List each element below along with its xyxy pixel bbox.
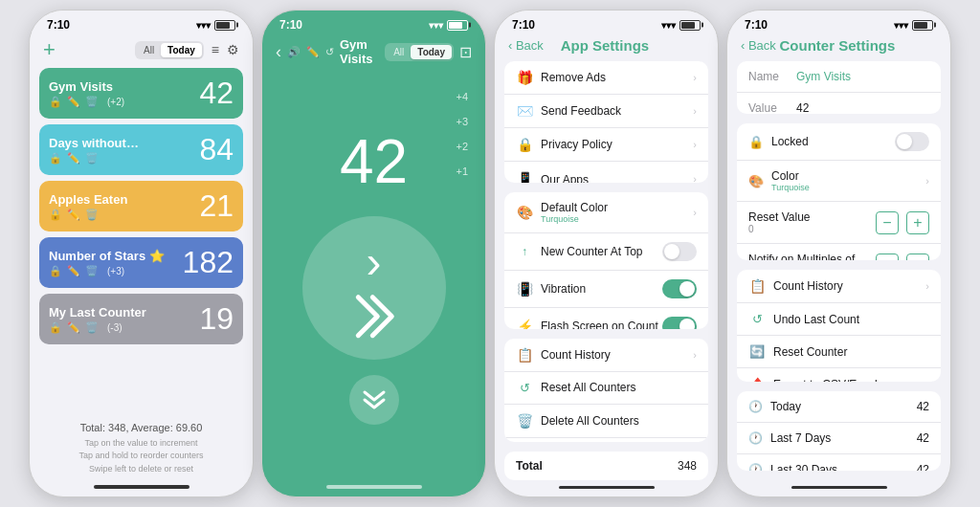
label-group: Default Color Turquoise bbox=[541, 201, 608, 224]
counter-item-days[interactable]: Days without… 🔒 ✏️ 🗑️ 84 bbox=[39, 124, 243, 175]
notify-left: Notify on Multiples of 0 bbox=[748, 253, 855, 260]
list-item[interactable]: 🔒 Privacy Policy › bbox=[504, 128, 708, 162]
counter-actions: 🔒 ✏️ 🗑️ (+3) bbox=[49, 265, 165, 277]
name-value[interactable]: Gym Visits bbox=[796, 70, 851, 83]
locked-label: Locked bbox=[771, 135, 809, 148]
decrement-button[interactable] bbox=[349, 375, 399, 425]
counter-item-apples[interactable]: Apples Eaten 🔒 ✏️ 🗑️ 21 bbox=[39, 181, 243, 231]
list-item[interactable]: ✉️ Send Feedback › bbox=[504, 95, 708, 128]
list-item[interactable]: 📋 Count History › bbox=[737, 270, 941, 303]
counter-item-last[interactable]: My Last Counter 🔒 ✏️ 🗑️ (-3) 19 bbox=[39, 294, 243, 344]
list-item[interactable]: 🎨 Default Color Turquoise › bbox=[504, 192, 708, 233]
chevron-right-icon: › bbox=[693, 139, 697, 150]
locked-row: 🔒 Locked bbox=[737, 123, 941, 161]
list-item[interactable]: ↑ New Counter At Top bbox=[504, 233, 708, 271]
toolbar-right-1: All Today ≡ ⚙ bbox=[135, 41, 239, 59]
reset-left: Reset Value 0 bbox=[748, 210, 810, 234]
seg-all-1[interactable]: All bbox=[137, 43, 161, 57]
stats-value-30days: 42 bbox=[917, 463, 929, 471]
chevron-right-icon: › bbox=[693, 105, 697, 117]
counter-name: Days without… bbox=[49, 136, 139, 150]
toolbar-1: + All Today ≡ ⚙ bbox=[30, 35, 253, 68]
delta-2: +2 bbox=[456, 141, 468, 152]
list-item: 🕐 Last 30 Days 42 bbox=[737, 454, 941, 471]
status-bar-2: 7:10 ▾▾▾ bbox=[262, 11, 485, 35]
seg-today-2[interactable]: Today bbox=[411, 45, 452, 59]
list-item[interactable]: 📳 Vibration bbox=[504, 271, 708, 308]
seg-today-1[interactable]: Today bbox=[161, 43, 202, 57]
setting-label: Count History bbox=[773, 279, 843, 293]
counter-item-gym[interactable]: Gym Visits 🔒 ✏️ 🗑️ (+2) 42 bbox=[39, 68, 243, 119]
toggle-locked[interactable] bbox=[895, 132, 929, 151]
seg-all-2[interactable]: All bbox=[387, 45, 411, 59]
back-button-2[interactable]: ‹ bbox=[276, 42, 281, 62]
status-bar-3: 7:10 ▾▾▾ bbox=[495, 11, 718, 35]
status-bar-1: 7:10 ▾▾▾ bbox=[30, 11, 253, 35]
wifi-icon-4: ▾▾▾ bbox=[894, 20, 908, 31]
setting-label: Vibration bbox=[541, 282, 586, 296]
delete-icon: 🗑️ bbox=[85, 96, 99, 108]
table-row[interactable]: Apples Eaten 🔒 ✏️ 🗑️ 21 bbox=[39, 181, 243, 231]
toggle-flash[interactable] bbox=[662, 317, 697, 329]
stats-left: 🕐 Today bbox=[748, 400, 801, 413]
counter-actions: 🔒 ✏️ 🗑️ bbox=[49, 152, 139, 165]
counter-item-stars[interactable]: Number of Stars ⭐ 🔒 ✏️ 🗑️ (+3) 182 bbox=[39, 237, 243, 288]
stepper-minus-reset[interactable]: − bbox=[876, 211, 899, 234]
list-item[interactable]: 📤 Export to CSV/Excel bbox=[737, 368, 941, 381]
export-icon[interactable]: ⊡ bbox=[459, 43, 472, 61]
counter-value[interactable]: 21 bbox=[199, 188, 234, 224]
table-row[interactable]: Gym Visits 🔒 ✏️ 🗑️ (+2) 42 bbox=[39, 68, 243, 119]
segment-control-1[interactable]: All Today bbox=[135, 41, 204, 59]
list-item: 🕐 Today 42 bbox=[737, 391, 941, 423]
table-row[interactable]: Days without… 🔒 ✏️ 🗑️ 84 bbox=[39, 124, 243, 175]
list-item[interactable]: ⚡ Flash Screen on Count bbox=[504, 308, 708, 329]
settings-icon[interactable]: ⚙ bbox=[227, 42, 239, 57]
edit-icon: ✏️ bbox=[67, 96, 80, 108]
lock-icon-4: 🔒 bbox=[748, 135, 764, 149]
segment-control-2[interactable]: All Today bbox=[385, 43, 454, 61]
list-item[interactable]: 📋 Count History › bbox=[504, 339, 708, 372]
vibration-icon: 📳 bbox=[516, 281, 533, 297]
counter-name: Apples Eaten bbox=[49, 192, 127, 207]
list-item[interactable]: 🔄 Reset Counter bbox=[737, 336, 941, 368]
sort-icon[interactable]: ≡ bbox=[212, 42, 219, 57]
list-item[interactable]: 🗑️ Delete All Counters bbox=[504, 405, 708, 438]
stepper-plus-reset[interactable]: + bbox=[906, 211, 929, 234]
list-item[interactable]: 📤 Export all counters to CSV/Excel bbox=[504, 438, 708, 442]
counter-value[interactable]: 84 bbox=[199, 132, 234, 167]
stats-value-7days: 42 bbox=[917, 431, 929, 445]
delta-list: +4 +3 +2 +1 bbox=[456, 91, 468, 177]
counter-value[interactable]: 182 bbox=[183, 245, 234, 280]
history-icon-4: 📋 bbox=[748, 278, 766, 294]
stepper-minus-notify[interactable]: − bbox=[876, 254, 899, 261]
label-group: Color Turquoise bbox=[771, 169, 810, 192]
counter-delta: (-3) bbox=[107, 322, 122, 333]
export-icon-4: 📤 bbox=[748, 377, 766, 381]
add-counter-button[interactable]: + bbox=[43, 39, 56, 60]
counter-value[interactable]: 19 bbox=[199, 301, 234, 337]
toggle-new-top[interactable] bbox=[662, 242, 697, 261]
name-label: Name bbox=[748, 70, 796, 83]
increment-button[interactable]: › bbox=[302, 216, 446, 360]
toggle-vibration[interactable] bbox=[662, 279, 697, 298]
total-row: Total 348 bbox=[504, 452, 708, 480]
back-button-4[interactable]: ‹ Back bbox=[741, 38, 776, 53]
stepper-plus-notify[interactable]: + bbox=[906, 254, 929, 261]
row-left: ↺ Reset All Counters bbox=[516, 381, 635, 395]
list-item[interactable]: 📱 Our Apps › bbox=[504, 162, 708, 183]
chevron-right-icon: › bbox=[693, 349, 697, 361]
gift-icon: 🎁 bbox=[516, 70, 533, 85]
list-item: 🕐 Last 7 Days 42 bbox=[737, 423, 941, 454]
table-row[interactable]: Number of Stars ⭐ 🔒 ✏️ 🗑️ (+3) 182 bbox=[39, 237, 243, 288]
counter-value[interactable]: 42 bbox=[199, 76, 234, 111]
list-item[interactable]: ↺ Undo Last Count bbox=[737, 303, 941, 336]
color-row[interactable]: 🎨 Color Turquoise › bbox=[737, 161, 941, 202]
back-button-3[interactable]: ‹ Back bbox=[508, 38, 544, 53]
mail-icon: ✉️ bbox=[516, 103, 533, 119]
settings-section-1: 🎁 Remove Ads › ✉️ Send Feedback › 🔒 Priv… bbox=[504, 61, 708, 183]
list-item[interactable]: 🎁 Remove Ads › bbox=[504, 61, 708, 95]
table-row[interactable]: My Last Counter 🔒 ✏️ 🗑️ (-3) 19 bbox=[39, 294, 243, 344]
value-num[interactable]: 42 bbox=[796, 101, 809, 114]
list-item[interactable]: ↺ Reset All Counters bbox=[504, 372, 708, 405]
setting-label: Privacy Policy bbox=[541, 138, 612, 151]
